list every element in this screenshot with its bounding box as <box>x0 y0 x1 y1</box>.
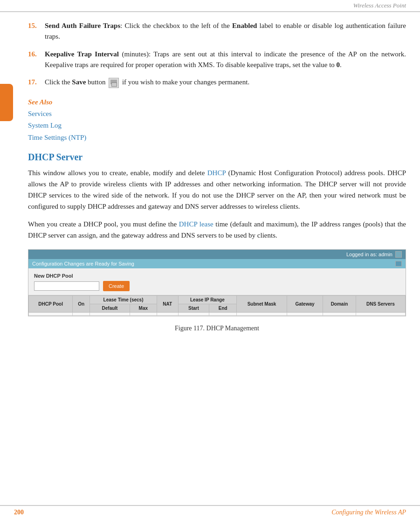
dhcp-lease-link[interactable]: DHCP lease <box>179 220 213 228</box>
see-also-section: See Also Services System Log Time Settin… <box>28 98 406 144</box>
screenshot-banner-text: Configuration Changes are Ready for Savi… <box>32 261 134 266</box>
dhcp-paragraph1: This window allows you to create, enable… <box>28 167 406 212</box>
page-header: Wireless Access Point <box>0 0 420 12</box>
item-number-16: 16. <box>28 49 45 71</box>
item-rest-15: : Click the checkbox to the left of the <box>120 22 232 29</box>
col-domain: Domain <box>323 296 356 313</box>
dhcp-link[interactable]: DHCP <box>207 169 226 177</box>
screenshot-form-label: New DHCP Pool <box>34 273 400 279</box>
col-subnet-mask: Subnet Mask <box>237 296 287 313</box>
col-nat: NAT <box>157 296 178 313</box>
list-item-17: 17. Click the Save button if you wish to… <box>28 77 406 88</box>
dhcp-pool-name-input[interactable] <box>34 281 99 291</box>
item-content-15: Send Auth Failure Traps: Click the check… <box>45 20 406 42</box>
col-dns-servers: DNS Servers <box>356 296 405 313</box>
dhcp-section-title: DHCP Server <box>28 152 406 163</box>
see-also-link-timesettings[interactable]: Time Settings (NTP) <box>28 132 406 144</box>
list-item-15: 15. Send Auth Failure Traps: Click the c… <box>28 20 406 42</box>
col-group-lease-ip: Lease IP Range <box>178 296 237 304</box>
page-header-title: Wireless Access Point <box>353 2 406 9</box>
footer-section-title: Configuring the Wireless AP <box>331 509 406 516</box>
figure-caption: Figure 117. DHCP Management <box>28 321 406 336</box>
dhcp-paragraph2: When you create a DHCP pool, you must de… <box>28 219 406 241</box>
table-row-empty <box>29 313 406 316</box>
col-default: Default <box>90 304 130 313</box>
col-group-lease-time: Lease Time (secs) <box>90 296 157 304</box>
screenshot-form-row: Create <box>34 281 400 291</box>
see-also-link-services[interactable]: Services <box>28 108 406 120</box>
figure-container: Logged in as: admin Configuration Change… <box>28 249 406 316</box>
screenshot-banner: Configuration Changes are Ready for Savi… <box>28 259 406 268</box>
item-bold-17: Save <box>72 78 86 86</box>
item-text-17: Click the <box>45 78 72 86</box>
col-gateway: Gateway <box>287 296 323 313</box>
save-icon <box>109 78 119 88</box>
item-number-17: 17. <box>28 77 45 88</box>
item-bold2-16: 0 <box>337 61 340 68</box>
see-also-link-systemlog[interactable]: System Log <box>28 120 406 132</box>
item-content-16: Keepalive Trap Interval (minutes): Traps… <box>45 49 406 71</box>
dhcp-table: DHCP Pool On Lease Time (secs) NAT Lease… <box>28 295 406 316</box>
item-after-16: . <box>340 61 342 68</box>
screenshot-form-area: New DHCP Pool Create <box>28 268 406 295</box>
item-term-15: Send Auth Failure Traps <box>45 22 120 29</box>
item-bold2-15: Enabled <box>232 22 257 29</box>
screenshot-banner-icon <box>395 261 402 266</box>
screenshot-topbar-text: Logged in as: admin <box>346 252 392 257</box>
col-max: Max <box>130 304 157 313</box>
col-on: On <box>73 296 90 313</box>
screenshot: Logged in as: admin Configuration Change… <box>28 250 406 316</box>
col-end: End <box>209 304 237 313</box>
item-term-16: Keepalive Trap Interval <box>45 50 119 58</box>
footer-page-number: 200 <box>14 509 24 516</box>
list-item-16: 16. Keepalive Trap Interval (minutes): T… <box>28 49 406 71</box>
col-dhcp-pool: DHCP Pool <box>29 296 73 313</box>
page-footer: 200 Configuring the Wireless AP <box>0 505 420 519</box>
left-tab <box>0 84 13 121</box>
screenshot-topbar: Logged in as: admin <box>28 250 406 259</box>
col-start: Start <box>178 304 209 313</box>
screenshot-topbar-icon <box>395 251 402 258</box>
main-content: 15. Send Auth Failure Traps: Click the c… <box>0 12 420 345</box>
create-button[interactable]: Create <box>103 281 130 291</box>
see-also-label: See Also <box>28 98 406 106</box>
item-content-17: Click the Save button if you wish to mak… <box>45 77 406 88</box>
item-number-15: 15. <box>28 20 45 42</box>
item-after-17: if you wish to make your changes permane… <box>122 78 249 86</box>
